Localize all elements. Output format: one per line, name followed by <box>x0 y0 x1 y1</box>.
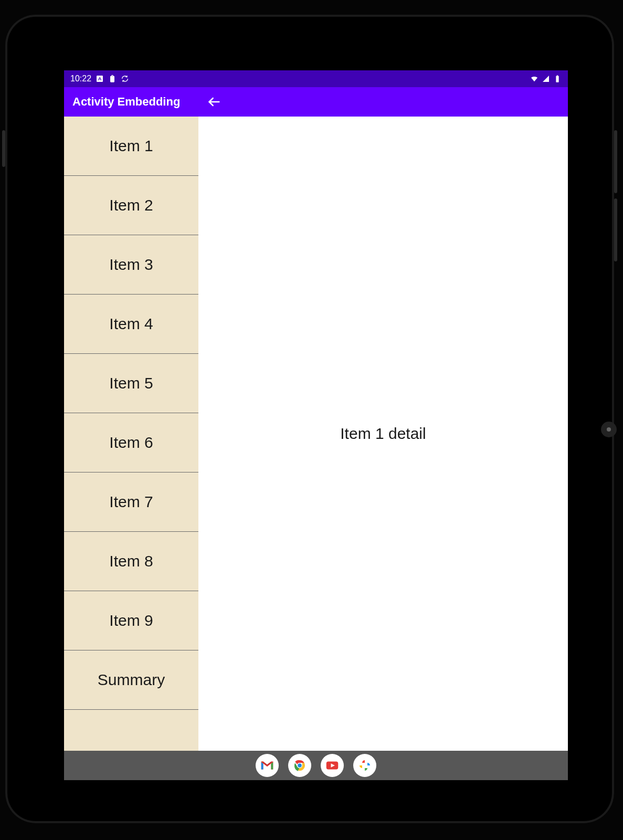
svg-rect-2 <box>556 76 558 82</box>
list-item-label: Item 4 <box>109 315 153 333</box>
list-item-label: Summary <box>98 671 165 689</box>
list-item-label: Item 3 <box>109 256 153 274</box>
app-bar-back-seg <box>198 87 568 117</box>
content-split: Item 1 Item 2 Item 3 Item 4 Item 5 Item … <box>64 117 568 751</box>
list-pane[interactable]: Item 1 Item 2 Item 3 Item 4 Item 5 Item … <box>64 117 198 751</box>
list-item-label: Item 1 <box>109 137 153 155</box>
app-title: Activity Embedding <box>72 95 180 109</box>
list-item[interactable]: Item 7 <box>64 472 198 532</box>
a-badge-icon: A <box>96 75 104 83</box>
status-left: 10:22 A <box>70 74 129 83</box>
list-item-label: Item 2 <box>109 196 153 214</box>
list-item-label: Item 5 <box>109 374 153 392</box>
status-clock: 10:22 <box>70 74 91 83</box>
detail-pane: Item 1 detail <box>198 117 568 751</box>
status-bar: 10:22 A <box>64 70 568 87</box>
status-right <box>530 75 562 83</box>
clipboard-icon <box>108 75 117 83</box>
screen: 10:22 A <box>64 70 568 780</box>
device-side-button <box>614 198 617 261</box>
tablet-camera <box>601 422 617 437</box>
chrome-icon[interactable] <box>288 754 311 777</box>
nav-bar <box>64 751 568 780</box>
svg-rect-3 <box>557 75 558 76</box>
list-item[interactable]: Item 3 <box>64 235 198 295</box>
list-item[interactable]: Item 8 <box>64 532 198 591</box>
list-item[interactable]: Item 1 <box>64 117 198 176</box>
device-side-button <box>614 130 617 193</box>
list-item[interactable]: Summary <box>64 650 198 710</box>
device-side-button <box>2 130 5 167</box>
list-item[interactable]: Item 6 <box>64 413 198 472</box>
list-item[interactable]: Item 4 <box>64 295 198 354</box>
signal-icon <box>542 75 550 83</box>
list-item-label: Item 7 <box>109 493 153 511</box>
list-item[interactable]: Item 2 <box>64 176 198 235</box>
list-item-label: Item 9 <box>109 612 153 629</box>
detail-text: Item 1 detail <box>340 425 426 443</box>
svg-text:A: A <box>98 76 102 81</box>
battery-icon <box>553 75 562 83</box>
arrow-back-icon[interactable] <box>207 94 221 109</box>
youtube-icon[interactable] <box>321 754 344 777</box>
app-bar: Activity Embedding <box>64 87 568 117</box>
list-item[interactable]: Item 5 <box>64 354 198 413</box>
tablet-frame: 10:22 A <box>5 15 614 823</box>
photos-icon[interactable] <box>353 754 376 777</box>
wifi-icon <box>530 75 538 83</box>
sync-icon <box>121 75 129 83</box>
list-item[interactable]: Item 9 <box>64 591 198 650</box>
app-bar-title-seg: Activity Embedding <box>64 87 198 117</box>
gmail-icon[interactable] <box>256 754 279 777</box>
list-item-label: Item 8 <box>109 552 153 570</box>
list-item-label: Item 6 <box>109 434 153 452</box>
